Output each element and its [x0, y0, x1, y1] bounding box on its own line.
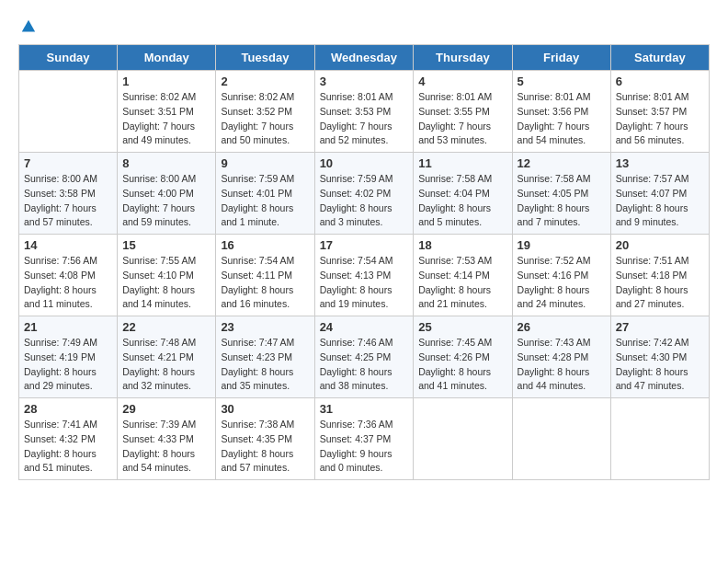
day-number: 31 — [320, 402, 409, 416]
weekday-monday: Monday — [118, 45, 216, 71]
weekday-saturday: Saturday — [610, 45, 709, 71]
logo — [18, 18, 37, 35]
day-info: Sunrise: 7:43 AMSunset: 4:28 PMDaylight:… — [518, 336, 606, 394]
day-number: 9 — [221, 156, 309, 170]
day-number: 13 — [616, 156, 704, 170]
day-number: 20 — [616, 238, 704, 252]
calendar-cell: 22Sunrise: 7:48 AMSunset: 4:21 PMDayligh… — [118, 316, 216, 398]
day-number: 29 — [122, 402, 210, 416]
calendar-cell: 24Sunrise: 7:46 AMSunset: 4:25 PMDayligh… — [314, 316, 414, 398]
day-info: Sunrise: 7:46 AMSunset: 4:25 PMDaylight:… — [320, 336, 409, 394]
day-info: Sunrise: 8:02 AMSunset: 3:52 PMDaylight:… — [221, 90, 309, 148]
calendar-cell: 7Sunrise: 8:00 AMSunset: 3:58 PMDaylight… — [19, 153, 118, 235]
day-info: Sunrise: 7:58 AMSunset: 4:05 PMDaylight:… — [518, 172, 606, 230]
day-number: 21 — [24, 320, 112, 334]
day-info: Sunrise: 7:57 AMSunset: 4:07 PMDaylight:… — [616, 172, 704, 230]
page-header — [18, 18, 710, 35]
calendar-cell: 3Sunrise: 8:01 AMSunset: 3:53 PMDaylight… — [314, 71, 414, 153]
day-info: Sunrise: 7:55 AMSunset: 4:10 PMDaylight:… — [122, 254, 210, 312]
day-number: 8 — [122, 156, 210, 170]
day-info: Sunrise: 7:36 AMSunset: 4:37 PMDaylight:… — [320, 418, 409, 476]
day-info: Sunrise: 7:49 AMSunset: 4:19 PMDaylight:… — [24, 336, 112, 394]
day-number: 6 — [616, 75, 704, 88]
calendar-cell: 10Sunrise: 7:59 AMSunset: 4:02 PMDayligh… — [314, 153, 414, 235]
calendar-cell: 9Sunrise: 7:59 AMSunset: 4:01 PMDaylight… — [216, 153, 314, 235]
day-number: 28 — [24, 402, 112, 416]
day-number: 18 — [418, 238, 506, 252]
calendar-cell: 19Sunrise: 7:52 AMSunset: 4:16 PMDayligh… — [512, 235, 610, 316]
calendar-cell: 26Sunrise: 7:43 AMSunset: 4:28 PMDayligh… — [512, 316, 610, 398]
calendar-cell: 8Sunrise: 8:00 AMSunset: 4:00 PMDaylight… — [118, 153, 216, 235]
calendar-cell: 2Sunrise: 8:02 AMSunset: 3:52 PMDaylight… — [216, 71, 314, 153]
calendar-cell: 11Sunrise: 7:58 AMSunset: 4:04 PMDayligh… — [414, 153, 512, 235]
day-info: Sunrise: 7:39 AMSunset: 4:33 PMDaylight:… — [122, 418, 210, 476]
day-number: 1 — [122, 75, 210, 88]
day-number: 17 — [320, 238, 409, 252]
week-row-4: 21Sunrise: 7:49 AMSunset: 4:19 PMDayligh… — [19, 316, 710, 398]
day-info: Sunrise: 8:00 AMSunset: 3:58 PMDaylight:… — [24, 172, 112, 230]
day-number: 5 — [518, 75, 606, 88]
calendar-cell: 17Sunrise: 7:54 AMSunset: 4:13 PMDayligh… — [314, 235, 414, 316]
calendar-cell: 1Sunrise: 8:02 AMSunset: 3:51 PMDaylight… — [118, 71, 216, 153]
weekday-friday: Friday — [512, 45, 610, 71]
day-info: Sunrise: 7:51 AMSunset: 4:18 PMDaylight:… — [616, 254, 704, 312]
day-number: 22 — [122, 320, 210, 334]
calendar-cell: 27Sunrise: 7:42 AMSunset: 4:30 PMDayligh… — [610, 316, 709, 398]
day-info: Sunrise: 8:01 AMSunset: 3:55 PMDaylight:… — [418, 90, 506, 148]
calendar-cell: 20Sunrise: 7:51 AMSunset: 4:18 PMDayligh… — [610, 235, 709, 316]
week-row-3: 14Sunrise: 7:56 AMSunset: 4:08 PMDayligh… — [19, 235, 710, 316]
day-info: Sunrise: 8:02 AMSunset: 3:51 PMDaylight:… — [122, 90, 210, 148]
day-number: 15 — [122, 238, 210, 252]
day-number: 14 — [24, 238, 112, 252]
day-number: 7 — [24, 156, 112, 170]
weekday-thursday: Thursday — [414, 45, 512, 71]
day-info: Sunrise: 7:48 AMSunset: 4:21 PMDaylight:… — [122, 336, 210, 394]
calendar: SundayMondayTuesdayWednesdayThursdayFrid… — [18, 44, 710, 480]
day-info: Sunrise: 7:47 AMSunset: 4:23 PMDaylight:… — [221, 336, 309, 394]
calendar-cell: 29Sunrise: 7:39 AMSunset: 4:33 PMDayligh… — [118, 398, 216, 480]
calendar-cell: 13Sunrise: 7:57 AMSunset: 4:07 PMDayligh… — [610, 153, 709, 235]
weekday-sunday: Sunday — [19, 45, 118, 71]
calendar-cell: 25Sunrise: 7:45 AMSunset: 4:26 PMDayligh… — [414, 316, 512, 398]
svg-marker-0 — [22, 20, 35, 32]
day-info: Sunrise: 7:45 AMSunset: 4:26 PMDaylight:… — [418, 336, 506, 394]
calendar-cell: 21Sunrise: 7:49 AMSunset: 4:19 PMDayligh… — [19, 316, 118, 398]
day-number: 23 — [221, 320, 309, 334]
day-info: Sunrise: 8:01 AMSunset: 3:57 PMDaylight:… — [616, 90, 704, 148]
day-number: 30 — [221, 402, 309, 416]
calendar-cell: 31Sunrise: 7:36 AMSunset: 4:37 PMDayligh… — [314, 398, 414, 480]
day-number: 11 — [418, 156, 506, 170]
day-info: Sunrise: 8:01 AMSunset: 3:56 PMDaylight:… — [518, 90, 606, 148]
day-info: Sunrise: 7:41 AMSunset: 4:32 PMDaylight:… — [24, 418, 112, 476]
calendar-cell: 14Sunrise: 7:56 AMSunset: 4:08 PMDayligh… — [19, 235, 118, 316]
day-info: Sunrise: 7:54 AMSunset: 4:13 PMDaylight:… — [320, 254, 409, 312]
day-number: 26 — [518, 320, 606, 334]
weekday-header-row: SundayMondayTuesdayWednesdayThursdayFrid… — [19, 45, 710, 71]
logo-icon — [20, 18, 37, 35]
day-number: 24 — [320, 320, 409, 334]
calendar-cell — [512, 398, 610, 480]
weekday-tuesday: Tuesday — [216, 45, 314, 71]
week-row-1: 1Sunrise: 8:02 AMSunset: 3:51 PMDaylight… — [19, 71, 710, 153]
calendar-cell: 4Sunrise: 8:01 AMSunset: 3:55 PMDaylight… — [414, 71, 512, 153]
calendar-body: 1Sunrise: 8:02 AMSunset: 3:51 PMDaylight… — [19, 71, 710, 480]
calendar-cell: 5Sunrise: 8:01 AMSunset: 3:56 PMDaylight… — [512, 71, 610, 153]
day-number: 27 — [616, 320, 704, 334]
calendar-cell: 12Sunrise: 7:58 AMSunset: 4:05 PMDayligh… — [512, 153, 610, 235]
day-info: Sunrise: 7:59 AMSunset: 4:01 PMDaylight:… — [221, 172, 309, 230]
day-info: Sunrise: 7:53 AMSunset: 4:14 PMDaylight:… — [418, 254, 506, 312]
day-info: Sunrise: 8:01 AMSunset: 3:53 PMDaylight:… — [320, 90, 409, 148]
day-number: 2 — [221, 75, 309, 88]
day-info: Sunrise: 7:56 AMSunset: 4:08 PMDaylight:… — [24, 254, 112, 312]
day-number: 25 — [418, 320, 506, 334]
calendar-cell: 23Sunrise: 7:47 AMSunset: 4:23 PMDayligh… — [216, 316, 314, 398]
day-info: Sunrise: 7:38 AMSunset: 4:35 PMDaylight:… — [221, 418, 309, 476]
day-info: Sunrise: 7:52 AMSunset: 4:16 PMDaylight:… — [518, 254, 606, 312]
calendar-cell: 6Sunrise: 8:01 AMSunset: 3:57 PMDaylight… — [610, 71, 709, 153]
calendar-cell: 18Sunrise: 7:53 AMSunset: 4:14 PMDayligh… — [414, 235, 512, 316]
day-info: Sunrise: 7:58 AMSunset: 4:04 PMDaylight:… — [418, 172, 506, 230]
calendar-cell — [19, 71, 118, 153]
day-info: Sunrise: 7:59 AMSunset: 4:02 PMDaylight:… — [320, 172, 409, 230]
day-info: Sunrise: 8:00 AMSunset: 4:00 PMDaylight:… — [122, 172, 210, 230]
day-info: Sunrise: 7:42 AMSunset: 4:30 PMDaylight:… — [616, 336, 704, 394]
